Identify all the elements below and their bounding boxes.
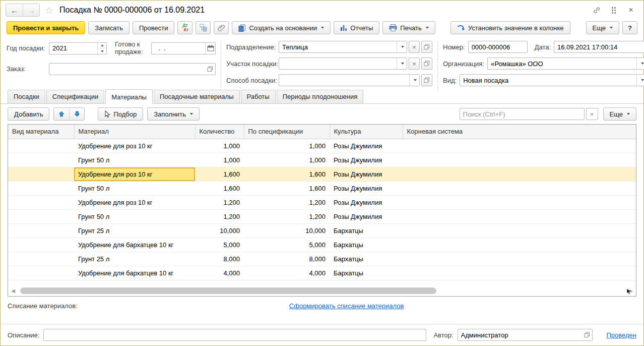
planting-plot-open-button[interactable] <box>421 57 432 70</box>
ready-for-sale-input[interactable] <box>152 43 205 54</box>
table-more-button[interactable]: Еще <box>603 107 636 121</box>
favorite-star-icon[interactable]: ☆ <box>45 5 53 16</box>
cell-material[interactable]: Грунт 25 л <box>74 252 195 266</box>
close-button[interactable]: × <box>624 4 637 16</box>
back-button[interactable]: ← <box>6 4 23 16</box>
cell-spec[interactable]: 1,000 <box>244 139 330 153</box>
cell-qty[interactable]: 10,000 <box>195 223 244 238</box>
table-row[interactable]: Удобрение для роз 10 кг1,0001,000Розы Дж… <box>8 139 636 153</box>
cell-spec[interactable]: 1,600 <box>244 181 330 195</box>
more-menu-button[interactable] <box>607 4 620 16</box>
kind-dropdown-button[interactable] <box>636 75 644 86</box>
cell-root[interactable] <box>403 223 636 238</box>
column-header[interactable]: По спецификации <box>244 125 330 139</box>
kind-input[interactable] <box>460 75 636 86</box>
scrollbar-track[interactable] <box>16 287 628 294</box>
move-row-down-button[interactable] <box>69 108 84 120</box>
department-input[interactable] <box>279 41 397 52</box>
date-input[interactable] <box>554 41 644 52</box>
post-and-close-button[interactable]: Провести и закрыть <box>7 21 85 34</box>
cell-kind[interactable] <box>8 139 74 153</box>
cell-spec[interactable]: 1,200 <box>244 209 330 223</box>
cell-culture[interactable]: Розы Джумилия <box>330 209 403 223</box>
cell-spec[interactable]: 4,000 <box>244 266 330 280</box>
cell-kind[interactable] <box>8 195 74 209</box>
cell-culture[interactable]: Розы Джумилия <box>330 181 403 195</box>
column-header[interactable]: Материал <box>74 125 195 139</box>
cell-kind[interactable] <box>8 223 74 238</box>
cell-material[interactable]: Удобрение для роз 10 кг <box>74 195 195 209</box>
cell-kind[interactable] <box>8 167 74 181</box>
cell-material[interactable]: Удобрение для роз 10 кг <box>74 167 195 181</box>
save-button[interactable]: Записать <box>88 21 130 34</box>
cell-culture[interactable]: Бархатцы <box>330 223 403 238</box>
table-row[interactable]: Удобрение для роз 10 кг1,2001,200Розы Дж… <box>8 195 636 209</box>
organization-input[interactable] <box>488 58 636 69</box>
cell-root[interactable] <box>403 139 636 153</box>
document-structure-button[interactable] <box>196 21 211 34</box>
author-open-button[interactable] <box>582 329 592 340</box>
cell-material[interactable]: Удобрение для роз 10 кг <box>74 139 195 153</box>
organization-dropdown-button[interactable] <box>636 58 644 69</box>
table-row[interactable]: Грунт 50 л1,0001,000Розы Джумилия <box>8 153 636 167</box>
create-based-on-button[interactable]: Создать на основании <box>232 21 331 34</box>
tab-1[interactable]: Спецификации <box>46 90 105 103</box>
generate-writeoff-link[interactable]: Сформировать списание материалов <box>289 302 404 310</box>
cell-qty[interactable]: 1,200 <box>195 195 244 209</box>
cell-spec[interactable]: 5,000 <box>244 238 330 252</box>
cell-root[interactable] <box>403 238 636 252</box>
cell-culture[interactable]: Розы Джумилия <box>330 153 403 167</box>
cell-qty[interactable]: 8,000 <box>195 252 244 266</box>
cell-material[interactable]: Грунт 50 л <box>74 153 195 167</box>
order-input[interactable] <box>49 64 205 75</box>
cell-culture[interactable]: Розы Джумилия <box>330 139 403 153</box>
column-header[interactable]: Корневая система <box>403 125 636 139</box>
calendar-button[interactable] <box>205 43 215 54</box>
tab-0[interactable]: Посадки <box>8 90 45 103</box>
department-dropdown-button[interactable] <box>397 41 407 52</box>
cell-qty[interactable]: 5,000 <box>195 238 244 252</box>
cell-qty[interactable]: 1,000 <box>195 153 244 167</box>
column-header[interactable]: Количество <box>195 125 244 139</box>
cell-root[interactable] <box>403 167 636 181</box>
column-header[interactable]: Культура <box>330 125 403 139</box>
cell-kind[interactable] <box>8 252 74 266</box>
planting-method-dropdown-button[interactable] <box>409 75 419 86</box>
cell-material[interactable]: Удобрение для бархатцев 10 кг <box>74 238 195 252</box>
cell-kind[interactable] <box>8 181 74 195</box>
author-input[interactable] <box>458 329 582 340</box>
tab-2[interactable]: Материалы <box>105 89 153 104</box>
cell-root[interactable] <box>403 266 636 280</box>
toolbar-more-button[interactable]: Еще <box>586 21 619 34</box>
tab-5[interactable]: Периоды плодоношения <box>277 90 364 103</box>
scrollbar-thumb[interactable] <box>20 287 436 294</box>
table-row[interactable]: Грунт 25 л8,0008,000Бархатцы <box>8 252 636 266</box>
table-row[interactable]: Удобрение для бархатцев 10 кг4,0004,000Б… <box>8 266 636 280</box>
cell-culture[interactable]: Бархатцы <box>330 266 403 280</box>
horizontal-scrollbar[interactable]: ◀ ▶ <box>8 285 636 296</box>
cell-material[interactable]: Грунт 50 л <box>74 181 195 195</box>
set-column-value-button[interactable]: Установить значение в колонке <box>450 21 570 34</box>
cell-culture[interactable]: Бархатцы <box>330 252 403 266</box>
cell-material[interactable]: Грунт 25 л <box>74 223 195 238</box>
planting-method-input[interactable] <box>279 75 409 86</box>
table-row[interactable]: Грунт 50 л1,6001,600Розы Джумилия <box>8 181 636 195</box>
cell-qty[interactable]: 1,000 <box>195 139 244 153</box>
attachments-button[interactable] <box>214 21 229 34</box>
year-spinner[interactable] <box>97 43 106 54</box>
search-input[interactable] <box>460 108 584 120</box>
reports-button[interactable]: Отчеты <box>334 21 379 34</box>
cell-root[interactable] <box>403 153 636 167</box>
cell-culture[interactable]: Розы Джумилия <box>330 195 403 209</box>
planting-plot-dropdown-button[interactable] <box>397 58 407 69</box>
table-row[interactable]: Удобрение для роз 10 кг1,6001,600Розы Дж… <box>8 167 636 181</box>
pick-button[interactable]: Подбор <box>98 107 143 121</box>
cell-culture[interactable]: Бархатцы <box>330 238 403 252</box>
help-button[interactable]: ? <box>622 21 637 34</box>
column-header[interactable]: Вид материала <box>8 125 74 139</box>
cell-kind[interactable] <box>8 209 74 223</box>
cell-spec[interactable]: 1,200 <box>244 195 330 209</box>
tab-4[interactable]: Работы <box>241 90 276 103</box>
dr-cr-register-button[interactable]: ДтКт <box>177 21 192 34</box>
cell-spec[interactable]: 1,000 <box>244 153 330 167</box>
